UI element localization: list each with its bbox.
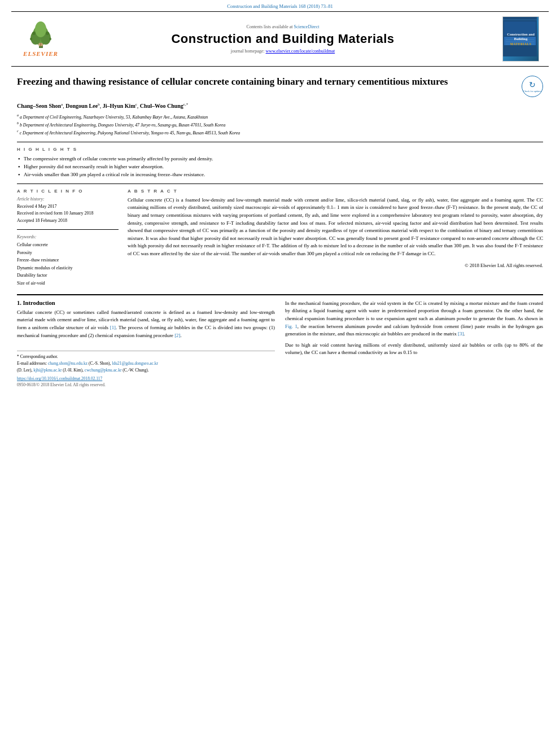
revised-date: Received in revised form 10 January 2018 [17, 210, 119, 217]
svg-point-8 [49, 38, 51, 40]
email-footnote: E-mail addresses: chang.shon@nu.edu.kz (… [17, 360, 275, 374]
journal-center: Contents lists available at ScienceDirec… [63, 24, 502, 54]
article-info-column: A R T I C L E I N F O Article history: R… [17, 189, 119, 287]
svg-point-6 [46, 32, 49, 35]
body-right-column: In the mechanical foaming procedure, the… [285, 300, 543, 388]
divider-after-highlights [17, 184, 543, 184]
contents-availability: Contents lists available at ScienceDirec… [63, 24, 502, 29]
elsevier-brand-text: ELSEVIER [23, 50, 58, 57]
keyword-3: Freeze–thaw resistance [17, 256, 119, 264]
article-history: Article history: Received 4 May 2017 Rec… [17, 196, 119, 225]
homepage-url[interactable]: www.elsevier.com/locate/conbuildmat [266, 49, 335, 54]
section1-right-text-2: Due to high air void content having mill… [285, 342, 543, 357]
keyword-4: Dynamic modulus of elasticity [17, 264, 119, 272]
authors-line: Chang–Seon Shona, Dongoun Leeb, Ji–Hyun … [17, 102, 543, 111]
divider-after-affiliations [17, 142, 543, 142]
ref-2: [2] [174, 333, 180, 338]
article-info-label: A R T I C L E I N F O [17, 189, 119, 194]
article-title-section: Freezing and thawing resistance of cellu… [17, 73, 543, 97]
svg-point-5 [32, 32, 36, 35]
ref-1: [1] [110, 325, 116, 330]
journal-ref-text: Construction and Building Materials 168 … [227, 3, 333, 9]
cover-title: Construction and Building [507, 32, 535, 42]
body-content: 1. Introduction Cellular concrete (CC) o… [17, 300, 543, 388]
email-link-kim[interactable]: kjhi@pknu.ac.kr [33, 368, 62, 373]
highlight-item-3: Air-voids smaller than 300 μm played a c… [17, 171, 543, 178]
ref-3: [3] [458, 331, 463, 337]
doi-link[interactable]: https://doi.org/10.1016/j.conbuildmat.20… [17, 376, 102, 381]
section1-right-text-1: In the mechanical foaming procedure, the… [285, 300, 543, 338]
keyword-2: Porosity [17, 249, 119, 257]
journal-reference: Construction and Building Materials 168 … [0, 0, 560, 11]
journal-title: Construction and Building Materials [63, 32, 502, 46]
keyword-5: Durability factor [17, 272, 119, 279]
body-divider [17, 294, 543, 295]
accepted-date: Accepted 18 February 2018 [17, 217, 119, 225]
keywords-section: Keywords: Cellular concrete Porosity Fre… [17, 234, 119, 287]
email-link-shon[interactable]: chang.shon@nu.edu.kz [48, 361, 88, 366]
section1-left-text: Cellular concrete (CC) or sometimes call… [17, 309, 275, 340]
cover-box: Construction and Building MATERIALS [502, 16, 539, 62]
affiliation-a: a a Department of Civil Engineering, Naz… [17, 113, 543, 121]
keyword-1: Cellular concrete [17, 241, 119, 249]
page: Construction and Building Materials 168 … [0, 0, 560, 747]
journal-homepage: journal homepage: www.elsevier.com/locat… [63, 49, 502, 54]
divider-keywords [17, 229, 119, 230]
cover-subtitle: MATERIALS [507, 42, 535, 46]
corresponding-author-note: * Corresponding author. [17, 353, 275, 360]
received-date: Received 4 May 2017 [17, 203, 119, 211]
svg-point-7 [30, 38, 32, 40]
body-left-column: 1. Introduction Cellular concrete (CC) o… [17, 300, 275, 388]
sciencedirect-link[interactable]: ScienceDirect [294, 24, 320, 29]
article-history-title: Article history: [17, 196, 119, 202]
abstract-label: A B S T R A C T [128, 189, 543, 194]
abstract-column: A B S T R A C T Cellular concrete (CC) i… [128, 189, 543, 287]
elsevier-tree-icon [25, 21, 56, 49]
highlight-item-1: The compressive strength of cellular con… [17, 155, 543, 163]
copyright-line: © 2018 Elsevier Ltd. All rights reserved… [128, 263, 543, 268]
highlights-section: H I G H L I G H T S The compressive stre… [17, 147, 543, 179]
svg-point-4 [35, 21, 46, 37]
check-updates-circle: ↻ Check for updates [522, 76, 543, 97]
main-content: Freezing and thawing resistance of cellu… [0, 67, 560, 399]
refresh-icon: ↻ [529, 80, 536, 90]
fig1-ref: Fig. 1 [285, 324, 298, 329]
affiliations: a a Department of Civil Engineering, Naz… [17, 113, 543, 137]
affiliation-b: b b Department of Architectural Engineer… [17, 121, 543, 129]
article-title: Freezing and thawing resistance of cellu… [17, 76, 515, 89]
keywords-title: Keywords: [17, 234, 119, 239]
elsevier-logo: ELSEVIER [18, 21, 63, 57]
journal-header: ELSEVIER Contents lists available at Sci… [11, 11, 549, 67]
issn-line: 0950-0618/© 2018 Elsevier Ltd. All right… [17, 382, 275, 387]
check-updates-text: Check for updates [523, 90, 542, 93]
keyword-6: Size of air-void [17, 279, 119, 287]
section1-heading: 1. Introduction [17, 300, 275, 306]
left-footnotes: * Corresponding author. E-mail addresses… [17, 351, 275, 387]
highlight-item-2: Higher porosity did not necessarily resu… [17, 163, 543, 171]
affiliation-c: c c Department of Architectural Engineer… [17, 129, 543, 137]
article-info-abstract: A R T I C L E I N F O Article history: R… [17, 189, 543, 287]
journal-cover-image: Construction and Building MATERIALS [502, 16, 542, 62]
email-link-chung[interactable]: cwchung@pknu.ac.kr [85, 368, 122, 373]
highlights-label: H I G H L I G H T S [17, 147, 543, 152]
abstract-text: Cellular concrete (CC) is a foamed low-d… [128, 196, 543, 258]
check-updates-badge: ↻ Check for updates [522, 76, 543, 97]
doi-line: https://doi.org/10.1016/j.conbuildmat.20… [17, 376, 275, 381]
highlights-list: The compressive strength of cellular con… [17, 155, 543, 179]
email-link-lee[interactable]: ldu21@gdsu.dongseo.ac.kr [112, 361, 158, 366]
